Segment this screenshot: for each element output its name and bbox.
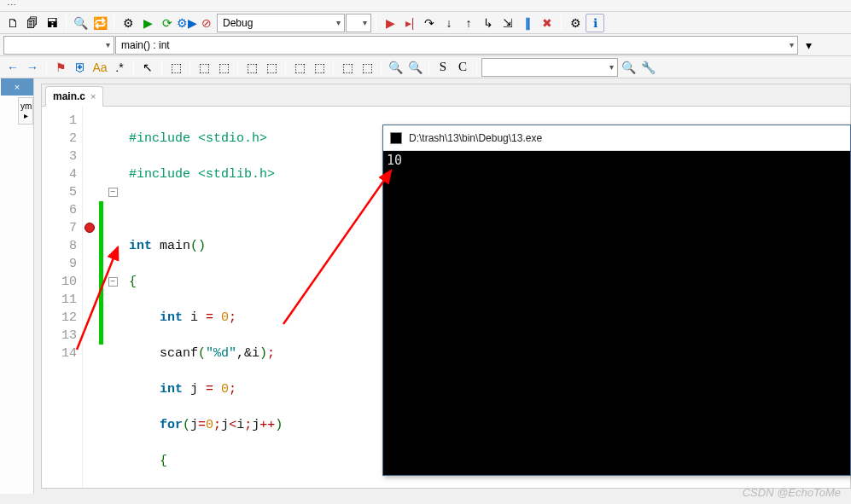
cut-icon[interactable]: ⬚: [195, 58, 213, 77]
next-instr-icon[interactable]: ⇲: [498, 14, 517, 32]
zoom2-icon[interactable]: 🔍: [405, 58, 424, 77]
step-out-icon[interactable]: ↑: [459, 14, 478, 32]
console-title-text: D:\trash\13\bin\Debug\13.exe: [409, 132, 542, 144]
current-line-marker: [99, 201, 103, 345]
breakpoint-icon[interactable]: [85, 223, 95, 233]
bookmark-icon[interactable]: ⚑: [51, 58, 70, 77]
forward-icon[interactable]: →: [23, 58, 42, 77]
edit-toolbar: ← → ⚑ ⛨ Aa .* ↖ ⬚ ⬚ ⬚ ⬚ ⬚ ⬚ ⬚ ⬚ ⬚ 🔍 🔍 S …: [0, 56, 851, 78]
settings2-icon[interactable]: 🔧: [638, 58, 657, 77]
breakpoint-gutter[interactable]: [83, 107, 98, 488]
cursor-icon[interactable]: ↖: [138, 58, 157, 77]
watermark: CSDN @EchoToMe: [743, 486, 841, 499]
copy2-icon[interactable]: ⬚: [214, 58, 233, 77]
break-icon[interactable]: ‖: [518, 14, 537, 32]
del2-icon[interactable]: ⬚: [358, 58, 376, 77]
side-tab[interactable]: ym ▸: [18, 97, 33, 125]
s-icon[interactable]: S: [434, 58, 452, 77]
stop-icon[interactable]: ⊘: [197, 14, 216, 32]
block1-icon[interactable]: ⬚: [290, 58, 309, 77]
tab-bar: main.c ×: [42, 84, 850, 107]
regex-icon[interactable]: .*: [110, 58, 129, 77]
replace-icon[interactable]: 🔁: [90, 14, 109, 32]
step-into-icon[interactable]: ↓: [440, 14, 458, 32]
last-combo[interactable]: [481, 58, 618, 77]
select-icon[interactable]: ⬚: [166, 58, 185, 77]
line-number-gutter: 1234567891011121314: [42, 107, 83, 488]
build-run-icon[interactable]: ⟳: [158, 14, 177, 32]
block2-icon[interactable]: ⬚: [310, 58, 329, 77]
chevron-down-icon[interactable]: ▾: [799, 36, 818, 55]
build-target-combo[interactable]: Debug: [217, 14, 345, 32]
search-icon[interactable]: 🔍: [71, 14, 90, 32]
highlight-icon[interactable]: Aa: [90, 58, 109, 77]
file-tab-label: main.c: [53, 90, 85, 102]
step-over-icon[interactable]: ↷: [420, 14, 439, 32]
debug-windows-icon[interactable]: ⚙: [566, 14, 585, 32]
run-cursor-icon[interactable]: ▸|: [400, 14, 419, 32]
new-file-icon[interactable]: 🗋: [3, 14, 22, 32]
main-toolbar: 🗋 🗐 🖬 🔍 🔁 ⚙ ▶ ⟳ ⚙▶ ⊘ Debug ▶ ▸| ↷ ↓ ↑ ↳ …: [0, 12, 851, 34]
find-icon[interactable]: 🔍: [619, 58, 638, 77]
del1-icon[interactable]: ⬚: [338, 58, 357, 77]
toggle-bookmark-icon[interactable]: ⛨: [71, 58, 90, 77]
close-icon[interactable]: ×: [90, 91, 96, 101]
fold-gutter[interactable]: − −: [105, 107, 120, 488]
console-output: 10: [383, 151, 850, 170]
target-combo-2[interactable]: [346, 14, 371, 32]
change-gutter: [98, 107, 105, 488]
console-app-icon: [390, 132, 402, 144]
run-icon[interactable]: ▶: [138, 14, 157, 32]
function-combo[interactable]: main() : int: [115, 36, 798, 55]
ins2-icon[interactable]: ⬚: [262, 58, 281, 77]
console-titlebar[interactable]: D:\trash\13\bin\Debug\13.exe: [383, 125, 850, 151]
copy-icon[interactable]: 🗐: [23, 14, 42, 32]
fold-icon[interactable]: −: [108, 277, 118, 287]
step-instr-icon[interactable]: ↳: [479, 14, 498, 32]
menu-bar: ⋯: [0, 0, 851, 12]
console-window[interactable]: D:\trash\13\bin\Debug\13.exe 10: [382, 125, 851, 476]
scope-toolbar: main() : int ▾: [0, 34, 851, 56]
gear-icon[interactable]: ⚙: [119, 14, 137, 32]
menu-item[interactable]: ⋯: [7, 0, 16, 11]
file-tab-main-c[interactable]: main.c ×: [45, 86, 103, 107]
rebuild-icon[interactable]: ⚙▶: [178, 14, 196, 32]
fold-icon[interactable]: −: [108, 188, 118, 197]
back-icon[interactable]: ←: [3, 58, 22, 77]
stop-debug-icon[interactable]: ✖: [538, 14, 557, 32]
scope-combo[interactable]: [3, 36, 114, 55]
debug-run-icon[interactable]: ▶: [381, 14, 399, 32]
info-icon[interactable]: ℹ: [586, 14, 604, 32]
ins1-icon[interactable]: ⬚: [242, 58, 261, 77]
side-panel: × ym ▸: [0, 78, 34, 494]
save-icon[interactable]: 🖬: [43, 14, 61, 32]
c-icon[interactable]: C: [453, 58, 472, 77]
zoom1-icon[interactable]: 🔍: [386, 58, 405, 77]
panel-close-button[interactable]: ×: [1, 78, 33, 96]
